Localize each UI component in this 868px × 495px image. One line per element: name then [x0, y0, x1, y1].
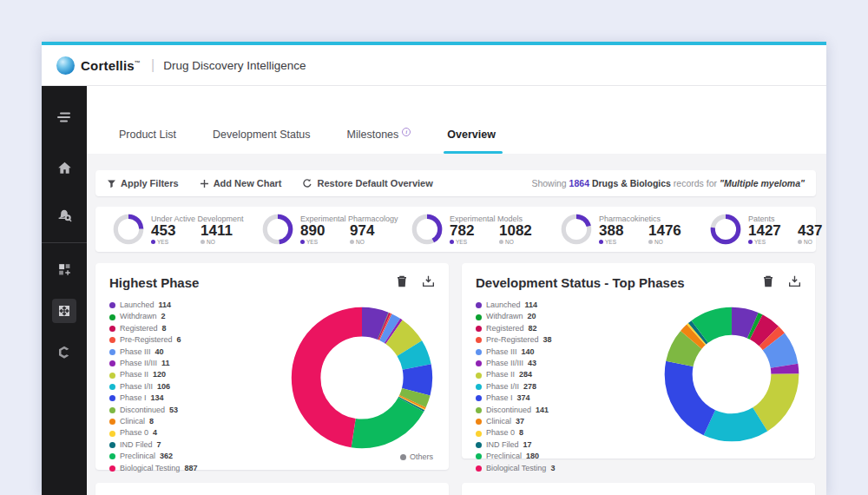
legend-label: Discontinued	[486, 405, 531, 416]
legend-item[interactable]: Biological Testing3	[476, 463, 662, 474]
legend-dot	[476, 431, 482, 437]
legend-label: Launched	[120, 300, 155, 311]
legend-item[interactable]: Phase II284	[476, 369, 662, 380]
legend-dot	[109, 419, 115, 425]
legend-item[interactable]: Preclinical362	[109, 451, 289, 462]
no-dot	[350, 240, 354, 244]
legend-item[interactable]: Phase I/II278	[476, 381, 662, 393]
tab-development-status[interactable]: Development Status	[211, 129, 312, 154]
legend-item[interactable]: Registered82	[476, 323, 662, 334]
add-new-chart-button[interactable]: Add New Chart	[200, 178, 282, 188]
legend-value: 887	[184, 463, 197, 474]
expand-icon[interactable]	[52, 299, 76, 323]
home-icon[interactable]	[52, 155, 76, 180]
legend-value: 6	[177, 334, 181, 346]
kpi-ring-chart	[560, 213, 593, 246]
legend-item[interactable]: Launched114	[109, 300, 289, 311]
legend-item[interactable]: Phase I134	[109, 393, 289, 404]
cortellis-logo	[56, 56, 75, 75]
legend-item[interactable]: Phase 08	[476, 427, 662, 439]
no-dot	[201, 240, 205, 244]
yes-dot	[300, 240, 305, 244]
legend-item[interactable]: Clinical8	[109, 416, 289, 427]
legend-label: Pre-Registered	[486, 334, 539, 346]
legend-label: Launched	[486, 300, 521, 311]
kpi-no-caption: NO	[798, 239, 826, 245]
legend-dot	[476, 373, 482, 379]
legend-label: Phase III	[486, 346, 517, 358]
legend-value: 140	[522, 346, 535, 358]
download-chart-icon[interactable]	[788, 274, 801, 291]
kpi-label: Under Active Development	[151, 214, 250, 223]
refresh-icon	[302, 178, 312, 188]
legend-label: Discontinued	[120, 405, 165, 416]
legend-item[interactable]: Withdrawn2	[109, 311, 289, 322]
legend-item[interactable]: Launched114	[476, 300, 662, 311]
others-dot	[400, 454, 406, 460]
legend-item[interactable]: Phase III140	[476, 346, 662, 358]
legend-item[interactable]: Clinical37	[476, 416, 662, 427]
legend-dot	[476, 407, 482, 413]
legend-label: IND Filed	[120, 439, 153, 451]
legend-item[interactable]: Pre-Registered38	[476, 334, 662, 346]
legend-label: Biological Testing	[120, 463, 180, 474]
legend-item[interactable]: Phase I374	[476, 393, 662, 404]
legend-value: 114	[159, 300, 172, 311]
legend-label: Withdrawn	[486, 311, 523, 322]
clarivate-hexagon-icon[interactable]	[52, 340, 76, 365]
legend-item[interactable]: Phase II/III43	[476, 358, 662, 369]
record-count: 1864	[569, 178, 589, 188]
kpi-yes-value: 782	[450, 223, 499, 239]
legend-dot	[109, 453, 115, 459]
legend-value: 374	[517, 393, 530, 404]
legend-item[interactable]: Phase III40	[109, 346, 289, 358]
legend-item[interactable]: Preclinical180	[476, 451, 662, 462]
legend-item[interactable]: Pre-Registered6	[109, 334, 289, 346]
delete-chart-icon[interactable]	[762, 274, 774, 291]
download-chart-icon[interactable]	[422, 274, 435, 291]
legend-item[interactable]: IND Filed7	[109, 439, 289, 451]
legend-item[interactable]: Phase II120	[109, 369, 289, 380]
legend-item[interactable]: Phase 04	[109, 427, 289, 439]
kpi-yes-value: 453	[151, 223, 201, 239]
legend-dot	[109, 360, 115, 366]
kpi-card: Experimental Models 782 YES 1082 NO	[399, 213, 549, 246]
legend-value: 141	[536, 405, 549, 416]
tab-milestones[interactable]: Milestonesi	[345, 128, 413, 154]
record-entity: Drugs & Biologics	[592, 178, 671, 188]
legend-label: Phase III	[120, 346, 151, 358]
legend-label: Phase I	[120, 393, 147, 404]
kpi-no-value: 1411	[201, 223, 250, 239]
record-count-summary: Showing 1864 Drugs & Biologics records f…	[531, 178, 805, 188]
legend-item[interactable]: Registered8	[109, 323, 289, 334]
others-legend-item[interactable]: Others	[400, 452, 433, 461]
kpi-no-caption: NO	[350, 239, 399, 245]
legend-item[interactable]: Phase II/III11	[109, 358, 289, 369]
alert-search-icon[interactable]	[52, 202, 76, 227]
legend-dot	[476, 302, 482, 308]
add-widget-grid-icon[interactable]	[52, 257, 76, 281]
kpi-yes-value: 1427	[748, 223, 798, 239]
info-icon[interactable]: i	[402, 128, 411, 136]
legend-dot	[109, 384, 115, 390]
apply-filters-button[interactable]: Apply Filters	[107, 178, 179, 188]
tab-product-list[interactable]: Product List	[117, 129, 178, 154]
overview-content: Apply Filters Add New Chart Restore Defa…	[87, 154, 826, 495]
kpi-label: Experimental Pharmacology	[300, 214, 399, 223]
restore-default-overview-button[interactable]: Restore Default Overview	[302, 178, 432, 188]
legend-item[interactable]: Withdrawn20	[476, 311, 662, 322]
legend-item[interactable]: IND Filed17	[476, 439, 662, 451]
delete-chart-icon[interactable]	[396, 274, 408, 291]
partial-card	[95, 483, 449, 495]
legend-item[interactable]: Discontinued141	[476, 405, 662, 416]
legend-item[interactable]: Phase I/II106	[109, 381, 289, 393]
tab-overview[interactable]: Overview	[445, 129, 497, 154]
yes-dot	[450, 240, 454, 244]
kpi-card: Pharmacokinetics 388 YES 1476 NO	[549, 213, 698, 246]
legend-item[interactable]: Discontinued53	[109, 405, 289, 416]
no-dot	[499, 240, 503, 244]
legend-item[interactable]: Biological Testing887	[109, 463, 289, 474]
menu-icon[interactable]	[52, 105, 76, 129]
kpi-summary-row: Under Active Development 453 YES 1411 NO…	[95, 207, 816, 252]
legend-dot	[476, 453, 482, 459]
